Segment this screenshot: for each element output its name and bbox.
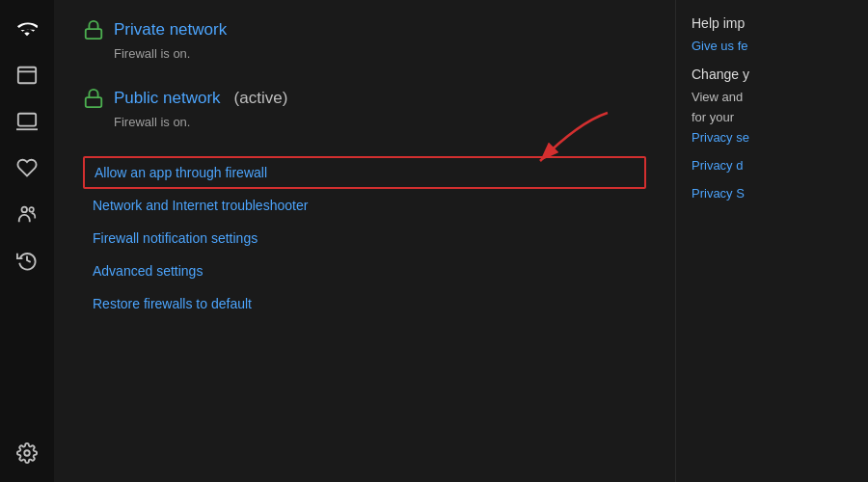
- svg-rect-2: [18, 114, 36, 126]
- private-network-title: Private network: [83, 19, 646, 40]
- svg-rect-6: [86, 29, 102, 39]
- family-icon: [16, 203, 38, 225]
- main-content: Private network Firewall is on. Public n…: [54, 0, 675, 482]
- change-title: Change y: [692, 67, 853, 82]
- private-network-section: Private network Firewall is on.: [83, 19, 646, 61]
- restore-firewalls-link[interactable]: Restore firewalls to default: [83, 287, 646, 320]
- help-title: Help imp: [692, 15, 853, 31]
- give-feedback-link[interactable]: Give us fe: [692, 39, 853, 53]
- privacy-se-link[interactable]: Privacy se: [692, 130, 853, 145]
- svg-point-3: [22, 207, 28, 213]
- svg-rect-0: [18, 67, 36, 84]
- sidebar-item-laptop[interactable]: [4, 100, 50, 143]
- advanced-settings-link[interactable]: Advanced settings: [83, 254, 646, 287]
- sidebar-item-browser[interactable]: [4, 54, 50, 96]
- notifications-link[interactable]: Firewall notification settings: [83, 222, 646, 254]
- public-network-icon: [83, 88, 104, 109]
- private-network-name: Private network: [114, 20, 227, 40]
- wifi-icon: [16, 18, 38, 40]
- svg-point-4: [29, 207, 34, 212]
- privacy-d-link[interactable]: Privacy d: [692, 158, 853, 173]
- for-your-text: for your: [692, 110, 853, 124]
- history-icon: [16, 250, 38, 271]
- private-network-status: Firewall is on.: [114, 46, 646, 61]
- private-network-icon: [83, 19, 104, 40]
- browser-icon: [16, 65, 38, 86]
- laptop-icon: [16, 111, 38, 132]
- sidebar-item-family[interactable]: [4, 193, 50, 235]
- right-panel: Help imp Give us fe Change y View and fo…: [675, 0, 868, 482]
- public-network-active-label: (active): [234, 89, 288, 108]
- links-section: Allow an app through firewall Network an…: [83, 156, 646, 320]
- svg-rect-7: [86, 97, 102, 107]
- view-and-text: View and: [692, 90, 853, 104]
- public-network-name: Public network: [114, 89, 221, 108]
- arrow-annotation: [492, 103, 617, 180]
- sidebar-item-health[interactable]: [4, 147, 50, 189]
- health-icon: [16, 157, 38, 178]
- troubleshooter-link[interactable]: Network and Internet troubleshooter: [83, 189, 646, 222]
- gear-icon: [16, 442, 38, 464]
- sidebar: [0, 0, 54, 482]
- svg-point-5: [24, 450, 30, 456]
- privacy-s-link[interactable]: Privacy S: [692, 186, 853, 201]
- sidebar-item-settings[interactable]: [4, 432, 50, 474]
- sidebar-item-wifi[interactable]: [4, 8, 50, 50]
- sidebar-item-history[interactable]: [4, 239, 50, 281]
